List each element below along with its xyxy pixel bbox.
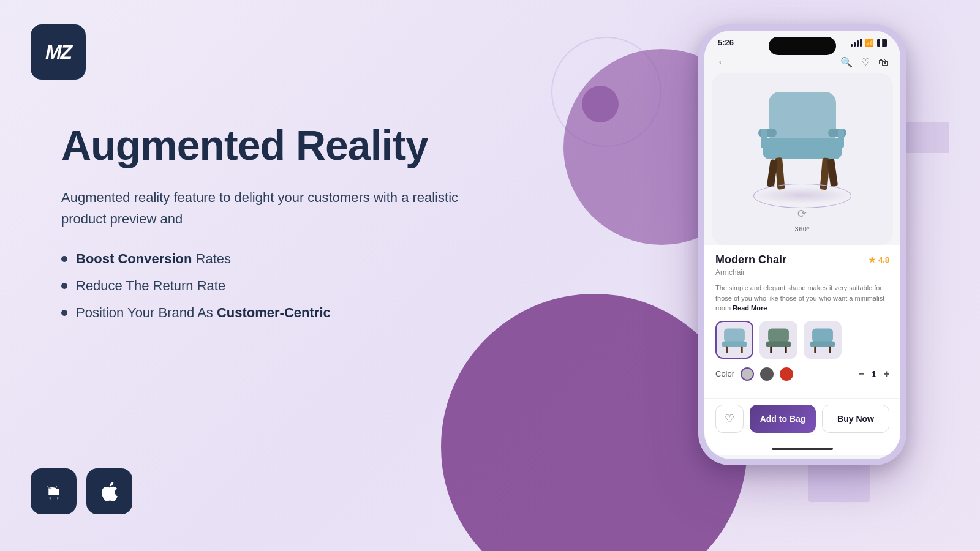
rotate-360-icon[interactable]: ⟳ xyxy=(797,207,807,220)
dynamic-island xyxy=(769,37,836,55)
svg-rect-1 xyxy=(763,138,842,159)
product-action-buttons: ♡ Add to Bag Buy Now xyxy=(704,398,900,443)
bullet-text-1: Boost Conversion Rates xyxy=(76,251,231,267)
product-description: The simple and elegant shape makes it ve… xyxy=(715,283,889,313)
hero-content: Augmented Reality Augmented reality feat… xyxy=(61,122,490,332)
page-title: Augmented Reality xyxy=(61,122,490,168)
svg-rect-0 xyxy=(769,92,836,144)
battery-icon: ▌ xyxy=(877,39,887,47)
product-ar-view: ⟳ 360° xyxy=(712,73,893,245)
svg-rect-17 xyxy=(785,346,786,353)
phone-frame: 5:26 📶 ▌ ← 🔍 ♡ 🛍 xyxy=(698,24,907,465)
phone-mockup: 5:26 📶 ▌ ← 🔍 ♡ 🛍 xyxy=(698,24,907,465)
rating-value: 4.8 xyxy=(878,255,889,264)
logo-text: MZ xyxy=(45,42,71,62)
svg-rect-8 xyxy=(761,129,767,148)
search-icon[interactable]: 🔍 xyxy=(840,56,853,68)
bullet-text-2: Reduce The Return Rate xyxy=(76,278,225,294)
phone-screen: 5:26 📶 ▌ ← 🔍 ♡ 🛍 xyxy=(704,31,900,459)
product-name: Modern Chair xyxy=(715,253,786,266)
home-bar xyxy=(772,448,833,450)
thumb-chair-1 xyxy=(719,324,750,355)
bullet-dot xyxy=(61,283,67,289)
list-item: Position Your Brand As Customer-Centric xyxy=(61,305,490,321)
bg-rect-2 xyxy=(907,122,949,153)
cart-icon[interactable]: 🛍 xyxy=(878,57,888,68)
status-icons: 📶 ▌ xyxy=(851,39,887,47)
thumb-chair-2 xyxy=(763,324,794,355)
star-icon: ★ xyxy=(869,255,876,264)
svg-rect-11 xyxy=(722,341,747,347)
view-360-label: 360° xyxy=(795,225,810,233)
thumbnail-1[interactable] xyxy=(715,321,753,359)
hero-subtitle: Augmented reality feature to delight you… xyxy=(61,187,490,230)
wishlist-button[interactable]: ♡ xyxy=(715,405,744,433)
quantity-value: 1 xyxy=(872,369,876,379)
svg-rect-13 xyxy=(741,346,742,353)
color-option-gray[interactable] xyxy=(741,367,754,381)
company-logo[interactable]: MZ xyxy=(31,24,86,80)
ios-store-button[interactable] xyxy=(86,468,132,514)
add-to-bag-button[interactable]: Add to Bag xyxy=(750,405,816,433)
product-title-row: Modern Chair ★ 4.8 xyxy=(715,253,889,266)
color-option-dark[interactable] xyxy=(760,367,774,381)
quantity-control: − 1 + xyxy=(859,369,889,380)
color-quantity-row: Color − 1 + xyxy=(715,367,889,381)
chair-shadow xyxy=(753,187,851,204)
heart-icon: ♡ xyxy=(725,412,734,425)
color-label: Color xyxy=(715,369,734,378)
svg-rect-14 xyxy=(768,328,789,342)
svg-rect-12 xyxy=(726,346,728,353)
svg-rect-19 xyxy=(810,341,835,347)
product-rating: ★ 4.8 xyxy=(869,255,889,264)
product-details-section: Modern Chair ★ 4.8 Armchair The simple a… xyxy=(704,245,900,398)
bold-boost: Boost Conversion xyxy=(76,251,192,266)
quantity-increase-button[interactable]: + xyxy=(884,369,889,380)
bullet-dot xyxy=(61,310,67,316)
status-time: 5:26 xyxy=(718,38,734,47)
color-selector: Color xyxy=(715,367,793,381)
svg-rect-10 xyxy=(724,328,745,342)
header-action-icons: 🔍 ♡ 🛍 xyxy=(840,56,888,68)
svg-rect-9 xyxy=(838,129,844,148)
read-more-link[interactable]: Read More xyxy=(733,304,767,312)
product-category: Armchair xyxy=(715,268,889,277)
feature-list: Boost Conversion Rates Reduce The Return… xyxy=(61,251,490,321)
svg-rect-18 xyxy=(812,328,833,342)
svg-rect-15 xyxy=(766,341,791,347)
wishlist-icon[interactable]: ♡ xyxy=(861,56,870,68)
svg-rect-20 xyxy=(814,346,816,353)
shadow-ring xyxy=(753,184,851,208)
chair-svg xyxy=(747,80,858,196)
list-item: Boost Conversion Rates xyxy=(61,251,490,267)
wifi-icon: 📶 xyxy=(865,39,874,47)
svg-rect-21 xyxy=(829,346,831,353)
signal-icon xyxy=(851,39,862,47)
quantity-decrease-button[interactable]: − xyxy=(859,369,864,380)
thumb-chair-3 xyxy=(807,324,838,355)
app-store-buttons xyxy=(31,468,132,514)
product-thumbnails xyxy=(715,321,889,359)
svg-rect-4 xyxy=(767,159,778,187)
bold-customer-centric: Customer-Centric xyxy=(217,305,331,320)
list-item: Reduce The Return Rate xyxy=(61,278,490,294)
color-option-red[interactable] xyxy=(780,367,793,381)
product-image xyxy=(747,80,858,196)
apple-icon xyxy=(98,480,121,503)
thumbnail-3[interactable] xyxy=(804,321,842,359)
android-icon xyxy=(42,480,66,503)
android-store-button[interactable] xyxy=(31,468,77,514)
home-indicator xyxy=(704,443,900,455)
bullet-dot xyxy=(61,256,67,262)
thumbnail-2[interactable] xyxy=(760,321,797,359)
svg-rect-16 xyxy=(770,346,772,353)
bullet-text-3: Position Your Brand As Customer-Centric xyxy=(76,305,331,321)
back-button[interactable]: ← xyxy=(717,56,728,69)
buy-now-button[interactable]: Buy Now xyxy=(822,405,889,433)
